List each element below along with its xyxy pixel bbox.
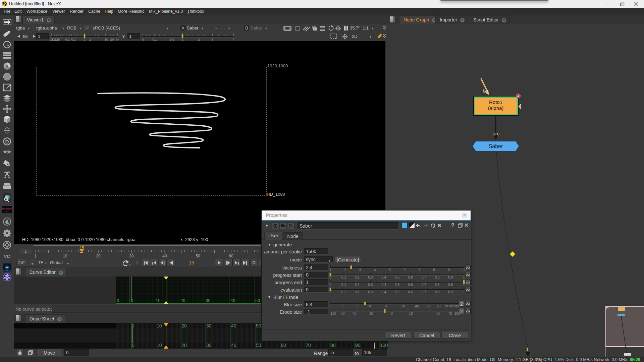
svg-text:40: 40 xyxy=(415,304,419,308)
svg-text:-100: -100 xyxy=(329,312,336,315)
svg-text:20: 20 xyxy=(110,38,114,41)
svg-text:3: 3 xyxy=(211,38,213,41)
svg-text:1: 1 xyxy=(342,304,344,308)
svg-text:0.6: 0.6 xyxy=(408,283,413,287)
svg-text:2: 2 xyxy=(198,38,200,41)
svg-text:4: 4 xyxy=(374,268,376,272)
svg-text:7: 7 xyxy=(418,268,420,272)
svg-text:30: 30 xyxy=(206,323,212,328)
svg-text:1: 1 xyxy=(526,346,529,352)
svg-text:80: 80 xyxy=(330,343,336,348)
svg-text:0.2: 0.2 xyxy=(355,290,360,294)
svg-text:A: A xyxy=(517,95,519,98)
svg-text:40: 40 xyxy=(231,323,236,328)
svg-text:Roto1: Roto1 xyxy=(489,99,502,105)
svg-text:40: 40 xyxy=(231,343,236,348)
svg-text:20: 20 xyxy=(180,298,185,303)
svg-text:40: 40 xyxy=(230,298,235,303)
svg-text:2: 2 xyxy=(89,38,91,41)
svg-text:0: 0 xyxy=(142,38,144,41)
svg-text:0.7: 0.7 xyxy=(422,290,426,294)
svg-text:30: 30 xyxy=(206,298,210,303)
svg-text:70: 70 xyxy=(444,304,448,308)
svg-text:9: 9 xyxy=(448,268,450,272)
svg-text:80: 80 xyxy=(449,304,453,308)
svg-text:5: 5 xyxy=(389,268,391,272)
svg-text:0.9: 0.9 xyxy=(448,290,453,294)
svg-text:0.2: 0.2 xyxy=(355,276,360,279)
svg-text:0: 0 xyxy=(132,343,135,348)
svg-text:0.6: 0.6 xyxy=(408,290,413,294)
svg-text:0: 0 xyxy=(391,312,393,315)
svg-text:1: 1 xyxy=(329,268,331,272)
svg-text:50: 50 xyxy=(427,304,431,308)
svg-text:bg: bg xyxy=(483,88,488,94)
svg-text:0: 0 xyxy=(131,298,133,303)
svg-text:Saber: Saber xyxy=(489,143,503,149)
svg-text:10: 10 xyxy=(367,304,371,308)
svg-text:(alpha): (alpha) xyxy=(488,105,504,111)
svg-text:0.1: 0.1 xyxy=(341,283,346,287)
svg-text:0.7: 0.7 xyxy=(422,276,426,279)
svg-text:3: 3 xyxy=(359,268,361,272)
svg-text:4: 4 xyxy=(232,38,234,41)
svg-text:0: 0 xyxy=(329,304,331,308)
svg-text:0.3: 0.3 xyxy=(368,290,373,294)
svg-text:-70: -70 xyxy=(340,312,345,315)
svg-text:10: 10 xyxy=(409,312,413,315)
svg-text:0.1: 0.1 xyxy=(152,38,157,41)
svg-text:1: 1 xyxy=(84,38,85,41)
svg-text:8: 8 xyxy=(433,268,435,272)
svg-text:5: 5 xyxy=(356,304,358,308)
svg-text:0.4: 0.4 xyxy=(381,276,386,279)
svg-text:100: 100 xyxy=(380,343,388,348)
svg-text:0: 0 xyxy=(329,283,331,287)
svg-text:0.2: 0.2 xyxy=(355,283,360,287)
svg-text:0.1: 0.1 xyxy=(341,276,346,279)
svg-text:0.7: 0.7 xyxy=(422,283,426,287)
svg-text:70: 70 xyxy=(448,312,452,315)
svg-text:0: 0 xyxy=(117,298,119,303)
svg-text:0.03125: 0.03125 xyxy=(50,38,58,41)
svg-text:6: 6 xyxy=(404,268,406,272)
svg-text:1: 1 xyxy=(463,276,465,279)
svg-text:20: 20 xyxy=(384,304,388,308)
svg-text:0.3: 0.3 xyxy=(368,283,373,287)
svg-text:0.6: 0.6 xyxy=(408,276,413,279)
svg-text:30: 30 xyxy=(206,343,212,348)
svg-text:20: 20 xyxy=(181,343,187,348)
svg-text:30: 30 xyxy=(401,304,405,308)
svg-text:VC: VC xyxy=(4,254,10,259)
svg-text:0.8: 0.8 xyxy=(435,283,439,287)
svg-text:RE:Vision: RE:Vision xyxy=(2,207,12,210)
svg-text:0.8: 0.8 xyxy=(435,276,439,279)
svg-text:0.5: 0.5 xyxy=(395,283,399,287)
svg-text:20: 20 xyxy=(181,323,187,328)
svg-text:0.2: 0.2 xyxy=(71,38,75,41)
svg-text:effects: effects xyxy=(5,210,9,212)
svg-text:1: 1 xyxy=(463,290,465,294)
svg-text:60: 60 xyxy=(437,304,441,308)
svg-text:10: 10 xyxy=(157,343,162,348)
svg-text:70: 70 xyxy=(306,343,311,348)
svg-text:50: 50 xyxy=(256,343,261,348)
svg-text:GEOTRACKER: GEOTRACKER xyxy=(3,270,11,271)
svg-text:0.5: 0.5 xyxy=(395,290,399,294)
svg-text:-40: -40 xyxy=(352,312,357,315)
svg-text:0.5: 0.5 xyxy=(395,276,399,279)
svg-text:0.3: 0.3 xyxy=(368,276,373,279)
svg-text:1: 1 xyxy=(181,38,183,41)
svg-text:10: 10 xyxy=(156,298,160,303)
svg-text:10: 10 xyxy=(157,323,162,328)
svg-text:src: src xyxy=(493,131,499,136)
svg-text:0: 0 xyxy=(132,323,135,328)
svg-text:0.9: 0.9 xyxy=(448,276,453,279)
svg-text:64: 64 xyxy=(116,38,119,41)
svg-text:0.1: 0.1 xyxy=(65,38,69,41)
svg-text:0.8: 0.8 xyxy=(435,290,439,294)
svg-text:10: 10 xyxy=(105,38,108,41)
svg-text:-10: -10 xyxy=(368,312,373,315)
svg-text:0.9: 0.9 xyxy=(448,283,453,287)
svg-text:90: 90 xyxy=(355,343,361,348)
svg-text:0.4: 0.4 xyxy=(381,290,386,294)
